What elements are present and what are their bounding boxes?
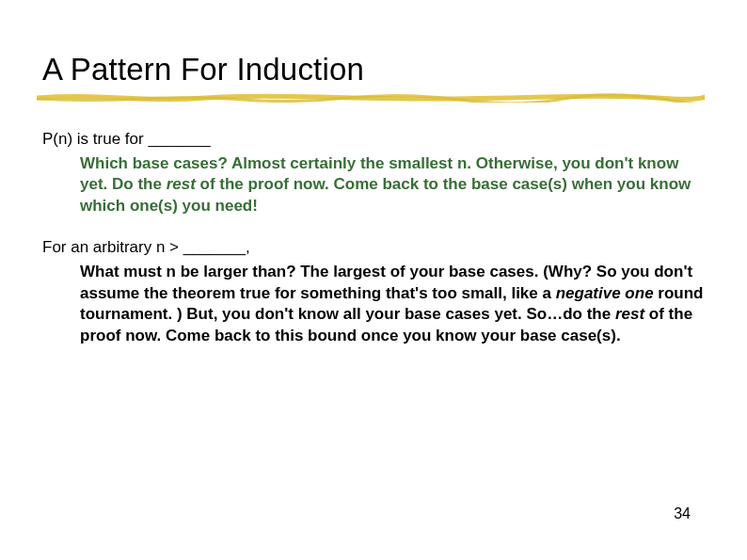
section-2-rest: rest <box>615 305 644 323</box>
brush-underline-icon <box>37 93 705 103</box>
title-underline <box>37 93 710 101</box>
section-1-lead: P(n) is true for _______ <box>42 129 705 151</box>
section-1-sub: Which base cases? Almost certainly the s… <box>42 153 705 217</box>
content-area: P(n) is true for _______ Which base case… <box>42 129 705 346</box>
page-number: 34 <box>674 505 691 522</box>
section-2-sub: What must n be larger than? The largest … <box>42 262 705 346</box>
section-1: P(n) is true for _______ Which base case… <box>42 129 705 216</box>
slide: A Pattern For Induction P(n) is true for… <box>0 0 747 560</box>
section-2: For an arbitrary n > _______, What must … <box>42 237 705 346</box>
section-2-lead: For an arbitrary n > _______, <box>42 237 705 259</box>
section-2-negative-one: negative one <box>556 284 654 302</box>
slide-title: A Pattern For Induction <box>42 52 705 88</box>
section-1-rest: rest <box>167 175 196 193</box>
